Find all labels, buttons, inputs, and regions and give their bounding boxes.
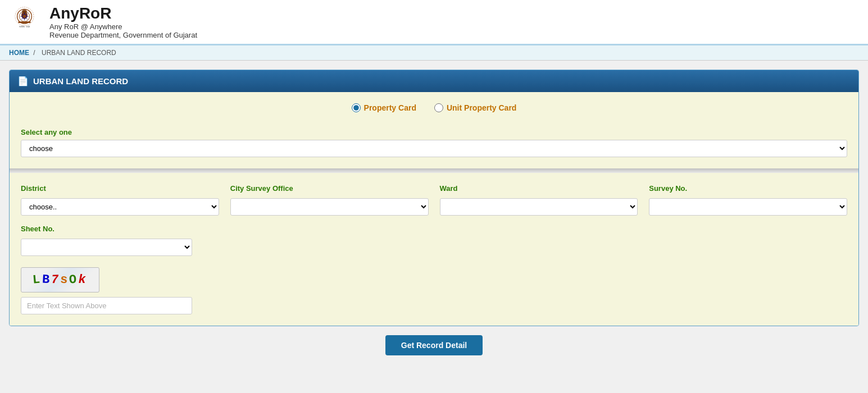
captcha-input[interactable] <box>21 297 192 314</box>
unit-property-card-radio-label[interactable]: Unit Property Card <box>434 103 516 112</box>
captcha-image: L B 7 s O k <box>21 267 99 293</box>
app-logo: सत्यमेव जयते <box>9 5 43 39</box>
app-tagline1: Any RoR @ Anywhere <box>49 22 197 31</box>
fields-section: District choose.. City Survey Office War… <box>21 173 847 314</box>
svg-text:सत्यमेव जयते: सत्यमेव जयते <box>19 25 30 28</box>
ward-dropdown[interactable] <box>440 198 638 216</box>
ward-field-group: Ward <box>440 184 638 216</box>
section-icon: 📄 <box>17 76 29 86</box>
survey-no-label: Survey No. <box>649 184 847 193</box>
svg-rect-14 <box>19 21 31 23</box>
section-divider <box>10 168 858 173</box>
main-container: 📄 URBAN LAND RECORD Property Card Unit P… <box>0 61 868 373</box>
city-survey-dropdown[interactable] <box>230 198 429 216</box>
captcha-char-5: O <box>69 273 79 287</box>
captcha-char-1: L <box>32 272 42 287</box>
property-card-label: Property Card <box>364 103 416 112</box>
property-card-radio[interactable] <box>352 103 361 112</box>
district-dropdown[interactable]: choose.. <box>21 198 219 216</box>
survey-no-field-group: Survey No. <box>649 184 847 216</box>
captcha-char-4: s <box>60 272 70 287</box>
city-survey-label: City Survey Office <box>230 184 429 193</box>
captcha-char-6: k <box>78 273 87 287</box>
app-header: सत्यमेव जयते AnyRoR Any RoR @ Anywhere R… <box>0 0 868 45</box>
district-label: District <box>21 184 219 193</box>
ward-label: Ward <box>440 184 638 193</box>
app-title: AnyRoR <box>49 4 197 22</box>
svg-line-13 <box>21 18 23 20</box>
sheet-no-dropdown[interactable] <box>21 239 192 256</box>
section-body: Property Card Unit Property Card Select … <box>10 92 858 326</box>
header-text-block: AnyRoR Any RoR @ Anywhere Revenue Depart… <box>49 4 197 39</box>
breadcrumb-current: URBAN LAND RECORD <box>42 49 116 57</box>
unit-property-card-radio[interactable] <box>434 103 443 112</box>
svg-line-11 <box>26 18 28 20</box>
city-survey-field-group: City Survey Office <box>230 184 429 216</box>
captcha-section: L B 7 s O k <box>21 267 847 314</box>
app-tagline2: Revenue Department, Government of Gujara… <box>49 31 197 39</box>
select-any-one-section: Select any one choose <box>21 128 847 157</box>
get-record-button[interactable]: Get Record Detail <box>385 335 483 355</box>
sheet-no-field-group: Sheet No. <box>21 225 192 256</box>
select-any-one-dropdown[interactable]: choose <box>21 140 847 157</box>
captcha-char-3: 7 <box>51 273 60 287</box>
district-field-group: District choose.. <box>21 184 219 216</box>
section-title: URBAN LAND RECORD <box>33 76 128 86</box>
captcha-char-2: B <box>42 273 51 287</box>
sheet-no-row: Sheet No. <box>21 225 847 256</box>
button-row: Get Record Detail <box>9 326 859 364</box>
breadcrumb: HOME / URBAN LAND RECORD <box>0 45 868 61</box>
select-any-one-label: Select any one <box>21 128 847 136</box>
fields-row-1: District choose.. City Survey Office War… <box>21 184 847 216</box>
sheet-no-label: Sheet No. <box>21 225 192 233</box>
section-card: 📄 URBAN LAND RECORD Property Card Unit P… <box>9 70 859 326</box>
unit-property-card-label: Unit Property Card <box>447 103 516 112</box>
property-card-radio-label[interactable]: Property Card <box>352 103 416 112</box>
section-header: 📄 URBAN LAND RECORD <box>10 70 858 92</box>
breadcrumb-home[interactable]: HOME <box>9 49 29 57</box>
survey-no-dropdown[interactable] <box>649 198 847 216</box>
breadcrumb-separator: / <box>33 49 35 57</box>
radio-group: Property Card Unit Property Card <box>21 103 847 119</box>
